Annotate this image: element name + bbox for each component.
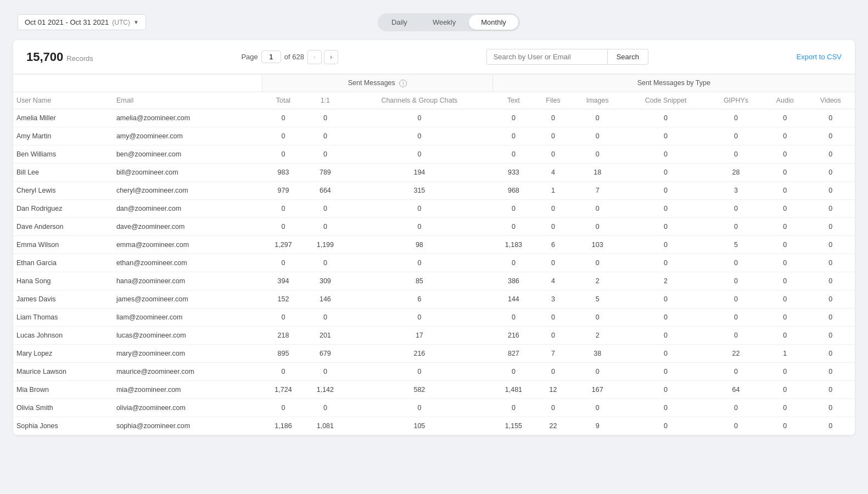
cell-channelsGroupChats: 582 xyxy=(346,380,493,398)
col-header-1to1: 1:1 xyxy=(304,92,346,109)
cell-audio: 0 xyxy=(764,308,807,326)
cell-videos: 0 xyxy=(807,380,855,398)
cell-email: dan@zoomineer.com xyxy=(113,199,262,217)
next-page-button[interactable]: › xyxy=(324,50,338,64)
cell-codeSnippet: 0 xyxy=(623,398,708,417)
cell-giphys: 0 xyxy=(708,199,764,217)
cell-images: 0 xyxy=(572,127,623,145)
cell-oneToOne: 664 xyxy=(304,181,346,199)
table-row: Bill Leebill@zoomineer.com98378919493341… xyxy=(13,163,855,181)
cell-videos: 0 xyxy=(807,217,855,235)
search-input[interactable] xyxy=(486,49,607,65)
cell-images: 0 xyxy=(572,254,623,272)
cell-oneToOne: 0 xyxy=(304,217,346,235)
table-row: Maurice Lawsonmaurice@zoomineer.com00000… xyxy=(13,362,855,380)
cell-files: 22 xyxy=(535,417,572,435)
page-input[interactable] xyxy=(261,50,281,63)
cell-codeSnippet: 0 xyxy=(623,326,708,344)
cell-text: 386 xyxy=(492,272,534,290)
period-tabs: Daily Weekly Monthly xyxy=(378,13,520,31)
cell-codeSnippet: 0 xyxy=(623,127,708,145)
cell-codeSnippet: 0 xyxy=(623,380,708,398)
export-csv-button[interactable]: Export to CSV xyxy=(797,53,842,61)
cell-audio: 0 xyxy=(764,127,807,145)
cell-audio: 1 xyxy=(764,344,807,362)
search-button[interactable]: Search xyxy=(607,49,648,65)
cell-oneToOne: 789 xyxy=(304,163,346,181)
cell-channelsGroupChats: 216 xyxy=(346,344,493,362)
cell-oneToOne: 309 xyxy=(304,272,346,290)
cell-email: lucas@zoomineer.com xyxy=(113,326,262,344)
cell-userName: Amy Martin xyxy=(13,127,113,145)
sent-messages-info-icon[interactable]: i xyxy=(399,80,407,87)
cell-giphys: 5 xyxy=(708,235,764,254)
cell-audio: 0 xyxy=(764,109,807,127)
cell-channelsGroupChats: 0 xyxy=(346,308,493,326)
cell-audio: 0 xyxy=(764,326,807,344)
cell-email: ben@zoomineer.com xyxy=(113,145,262,163)
cell-images: 0 xyxy=(572,362,623,380)
cell-images: 167 xyxy=(572,380,623,398)
cell-text: 1,481 xyxy=(492,380,534,398)
cell-total: 218 xyxy=(262,326,304,344)
cell-codeSnippet: 0 xyxy=(623,308,708,326)
col-header-videos: Videos xyxy=(807,92,855,109)
col-header-total: Total xyxy=(262,92,304,109)
cell-audio: 0 xyxy=(764,380,807,398)
cell-giphys: 0 xyxy=(708,254,764,272)
tab-monthly[interactable]: Monthly xyxy=(469,15,518,30)
cell-files: 3 xyxy=(535,290,572,308)
cell-audio: 0 xyxy=(764,145,807,163)
cell-files: 4 xyxy=(535,163,572,181)
cell-userName: Lucas Johnson xyxy=(13,326,113,344)
cell-userName: Maurice Lawson xyxy=(13,362,113,380)
data-table: Sent Messages i Sent Messages by Type Us… xyxy=(13,74,855,435)
cell-giphys: 0 xyxy=(708,290,764,308)
table-toolbar: 15,700 Records Page of 628 ‹ › Search Ex… xyxy=(13,40,855,74)
cell-codeSnippet: 0 xyxy=(623,344,708,362)
cell-text: 0 xyxy=(492,254,534,272)
table-row: Dave Andersondave@zoomineer.com000000000… xyxy=(13,217,855,235)
prev-page-button[interactable]: ‹ xyxy=(307,50,322,64)
cell-email: amy@zoomineer.com xyxy=(113,127,262,145)
cell-giphys: 0 xyxy=(708,272,764,290)
cell-giphys: 0 xyxy=(708,308,764,326)
cell-email: liam@zoomineer.com xyxy=(113,308,262,326)
cell-total: 983 xyxy=(262,163,304,181)
tab-daily[interactable]: Daily xyxy=(379,15,419,30)
cell-email: james@zoomineer.com xyxy=(113,290,262,308)
cell-text: 0 xyxy=(492,362,534,380)
cell-videos: 0 xyxy=(807,235,855,254)
table-row: Amy Martinamy@zoomineer.com0000000000 xyxy=(13,127,855,145)
cell-audio: 0 xyxy=(764,217,807,235)
cell-files: 0 xyxy=(535,127,572,145)
cell-oneToOne: 0 xyxy=(304,127,346,145)
date-range-text: Oct 01 2021 - Oct 31 2021 xyxy=(25,18,109,26)
records-number: 15,700 xyxy=(26,50,63,64)
cell-userName: Dave Anderson xyxy=(13,217,113,235)
cell-files: 0 xyxy=(535,199,572,217)
cell-channelsGroupChats: 17 xyxy=(346,326,493,344)
table-row: Sophia Jonessophia@zoomineer.com1,1861,0… xyxy=(13,417,855,435)
cell-channelsGroupChats: 0 xyxy=(346,145,493,163)
cell-email: cheryl@zoomineer.com xyxy=(113,181,262,199)
cell-channelsGroupChats: 105 xyxy=(346,417,493,435)
cell-codeSnippet: 0 xyxy=(623,417,708,435)
tab-weekly[interactable]: Weekly xyxy=(421,15,468,30)
cell-files: 1 xyxy=(535,181,572,199)
cell-videos: 0 xyxy=(807,145,855,163)
cell-images: 2 xyxy=(572,326,623,344)
col-header-images: Images xyxy=(572,92,623,109)
table-row: Mia Brownmia@zoomineer.com1,7241,1425821… xyxy=(13,380,855,398)
table-row: Hana Songhana@zoomineer.com3943098538642… xyxy=(13,272,855,290)
cell-giphys: 0 xyxy=(708,127,764,145)
cell-oneToOne: 0 xyxy=(304,362,346,380)
cell-oneToOne: 146 xyxy=(304,290,346,308)
cell-files: 0 xyxy=(535,308,572,326)
date-range-selector[interactable]: Oct 01 2021 - Oct 31 2021 (UTC) ▼ xyxy=(18,14,146,30)
page-label: Page xyxy=(241,53,257,61)
cell-images: 38 xyxy=(572,344,623,362)
cell-videos: 0 xyxy=(807,308,855,326)
cell-userName: Ethan Garcia xyxy=(13,254,113,272)
cell-files: 12 xyxy=(535,380,572,398)
